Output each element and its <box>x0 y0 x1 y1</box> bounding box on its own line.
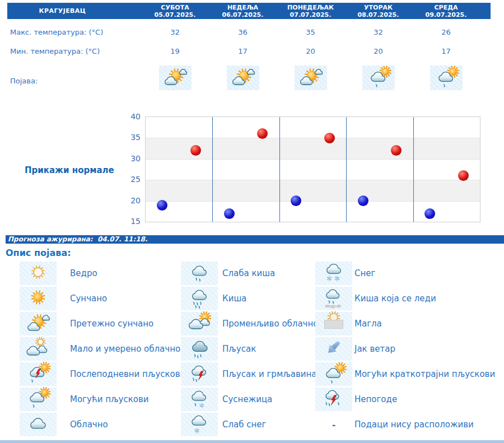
min-temp-point <box>157 200 167 211</box>
chart-day-divider <box>212 117 213 222</box>
legend-tile <box>181 312 218 335</box>
legend-tile <box>20 337 57 361</box>
y-axis-tick-label: 20 <box>115 195 141 206</box>
legend-label: Јак ветар <box>354 337 395 361</box>
legend-tile <box>315 262 352 285</box>
legend-tile <box>315 337 352 361</box>
temp-value: 17 <box>209 47 277 55</box>
legend-label: Магла <box>354 312 382 335</box>
legend-label: Мало и умерено облачно <box>70 337 180 361</box>
min-temp-point <box>424 208 435 219</box>
sunny-icon <box>22 286 54 311</box>
chart-day-divider <box>413 117 414 222</box>
legend-label: Претежно сунчано <box>70 312 153 335</box>
legend-label: Снег <box>354 262 375 285</box>
temp-value: 20 <box>277 47 344 55</box>
cloud-sun-drops-icon <box>318 362 350 386</box>
max-temp-label: Макс. температура: (°C) <box>7 28 141 36</box>
forecast-table-header: КРАГУЈЕВАЦ СУБОТА05.07.2025.НЕДЕЉА06.07.… <box>7 3 491 19</box>
cloud-drops-icon <box>183 286 216 311</box>
max-temp-values: 3236353226 <box>141 28 480 36</box>
legend-label: Слаб снег <box>222 413 266 436</box>
cloud-lightning-drops-icon <box>183 362 216 386</box>
legend-label: Киша која се леди <box>354 287 436 310</box>
legend-label: Суснежица <box>222 388 272 411</box>
cloud-flake-icon <box>183 412 216 437</box>
cloud-sun-drops-icon <box>363 65 394 91</box>
day-header-4: УТОРАК08.07.2025. <box>344 3 412 19</box>
temp-value: 26 <box>412 28 480 36</box>
legend-tile <box>315 287 352 310</box>
legend-tile <box>20 362 57 386</box>
sun-cloud-icon <box>22 311 54 336</box>
city-name: КРАГУЈЕВАЦ <box>7 3 141 19</box>
sun-cloud-icon <box>160 65 191 91</box>
legend-label: Могући краткотрајни пљускови <box>354 362 495 386</box>
day-name: НЕДЕЉА <box>209 4 277 11</box>
legend-tile <box>181 262 218 285</box>
legend-tile <box>20 388 57 411</box>
min-temp-row: Мин. температура: (°C) 1917202017 <box>7 47 491 55</box>
legend-tile <box>181 388 218 411</box>
fog-icon <box>318 311 350 336</box>
phenomena-tile <box>362 66 395 90</box>
legend-label: Непогоде <box>354 388 397 411</box>
day-date: 08.07.2025. <box>344 11 412 18</box>
legend-tile <box>181 413 218 436</box>
day-date: 07.07.2025. <box>277 11 344 18</box>
day-name: СУБОТА <box>141 4 209 11</box>
cloud-drop-flake-icon <box>183 387 216 412</box>
phenomena-tile <box>227 66 259 90</box>
no-data-dash: - <box>332 419 336 430</box>
legend-tile <box>181 337 218 361</box>
temp-value: 36 <box>209 28 277 36</box>
chart-gridline <box>146 180 480 180</box>
day-columns: СУБОТА05.07.2025.НЕДЕЉА06.07.2025.ПОНЕДЕ… <box>141 3 480 19</box>
legend-tile: - <box>315 413 352 436</box>
chart-day-divider <box>346 117 347 222</box>
storm-icon <box>318 387 350 412</box>
min-temp-point <box>224 208 235 219</box>
temp-value: 35 <box>277 28 344 36</box>
y-axis-tick-label: 35 <box>115 132 141 142</box>
weather-forecast-page: КРАГУЈЕВАЦ СУБОТА05.07.2025.НЕДЕЉА06.07.… <box>0 0 504 443</box>
max-temp-point <box>458 170 469 181</box>
phenomena-tile <box>295 66 327 90</box>
max-temp-point <box>324 133 335 143</box>
day-header-2: НЕДЕЉА06.07.2025. <box>209 3 277 19</box>
chart-day-divider <box>279 117 280 222</box>
forecast-updated-text: Прогноза ажурирана: 04.07. 11:18. <box>8 235 147 243</box>
phenomena-tile <box>159 66 192 90</box>
day-header-1: СУБОТА05.07.2025. <box>141 3 209 19</box>
cloud-drops-light-icon <box>183 261 216 286</box>
cloud-sun-drops-icon <box>431 65 462 91</box>
clouds-sun-small-icon <box>22 337 54 361</box>
phenomena-label: Појава: <box>10 77 38 85</box>
legend-tile <box>315 362 352 386</box>
phenomena-tile <box>430 66 463 90</box>
legend-tile <box>20 413 57 436</box>
cloud-icon <box>22 412 54 437</box>
day-header-3: ПОНЕДЕЉАК07.07.2025. <box>277 3 344 19</box>
legend-label: Пљусак и грмљавина <box>222 362 317 386</box>
show-normals-link[interactable]: Прикажи нормале <box>25 165 114 175</box>
cloud-heavy-icon <box>183 337 216 361</box>
min-temp-point <box>291 195 301 206</box>
legend-label: Могући пљускови <box>70 388 148 411</box>
legend-label: Слаба киша <box>222 262 275 285</box>
legend-tile <box>20 312 57 335</box>
temp-value: 32 <box>344 28 412 36</box>
chart-gridline <box>146 159 480 160</box>
cloud-freezing-icon <box>318 286 350 311</box>
y-axis-tick-label: 40 <box>115 111 141 122</box>
legend-label: Киша <box>222 287 246 310</box>
day-name: СРЕДА <box>412 4 480 11</box>
day-date: 05.07.2025. <box>141 11 209 18</box>
legend-tile <box>181 287 218 310</box>
legend-title: Опис појава: <box>6 248 71 258</box>
legend-label: Послеподневни пљускови <box>70 362 185 386</box>
legend-tile <box>20 287 57 310</box>
temperature-chart <box>145 116 480 222</box>
legend-tile <box>315 312 352 335</box>
day-date: 09.07.2025. <box>412 11 480 18</box>
